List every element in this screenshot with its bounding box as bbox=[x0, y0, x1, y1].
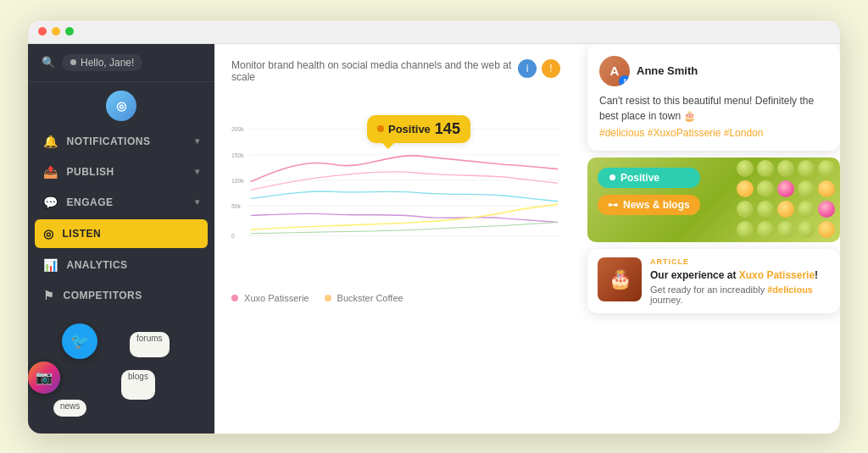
macaron bbox=[737, 201, 754, 218]
arrow-icon: ▾ bbox=[195, 136, 200, 146]
chart-area: Positive 145 200k 150k 100k 50k 0 bbox=[231, 90, 560, 425]
greeting-text: Hello, Jane! bbox=[81, 57, 134, 69]
article-title-post: ! bbox=[815, 269, 818, 281]
svg-text:50k: 50k bbox=[231, 202, 241, 208]
svg-text:0: 0 bbox=[231, 233, 235, 239]
instagram-icon[interactable]: 📷 bbox=[28, 362, 60, 394]
macaron bbox=[757, 180, 774, 197]
article-desc-highlight: #delicious bbox=[767, 285, 813, 295]
macaron bbox=[798, 160, 815, 177]
macaron bbox=[777, 221, 794, 238]
warning-button[interactable]: ! bbox=[542, 59, 560, 78]
minimize-dot[interactable] bbox=[52, 27, 60, 36]
positive-dot bbox=[609, 174, 615, 180]
article-thumbnail: 🎂 bbox=[598, 257, 642, 301]
close-dot[interactable] bbox=[38, 27, 47, 36]
engage-label: ENGAGE bbox=[67, 196, 114, 208]
macaron bbox=[798, 221, 815, 238]
macaron bbox=[737, 180, 754, 197]
listen-icon: ◎ bbox=[43, 227, 54, 240]
publish-label: PUBLISH bbox=[67, 166, 114, 178]
macaron bbox=[818, 160, 835, 177]
post-hashtags: #delicious #XuxoPatisserie #London bbox=[599, 127, 828, 139]
bubble-value: 145 bbox=[435, 120, 460, 138]
macaron bbox=[798, 201, 815, 218]
sidebar-item-listen[interactable]: ◎ LISTEN bbox=[35, 219, 208, 248]
macaron bbox=[777, 180, 794, 197]
legend-dot-buckster bbox=[325, 295, 331, 301]
engage-icon: 💬 bbox=[43, 196, 58, 209]
maximize-dot[interactable] bbox=[65, 27, 74, 36]
legend-item-xuxo: Xuxo Patisserie bbox=[231, 293, 309, 303]
chart-subtitle: Monitor brand health on social media cha… bbox=[231, 59, 518, 83]
positive-label: Positive bbox=[620, 172, 659, 184]
sidebar-item-analytics[interactable]: 📊 ANALYTICS bbox=[28, 250, 214, 280]
news-label: news bbox=[53, 400, 86, 417]
analytics-label: ANALYTICS bbox=[67, 259, 128, 271]
right-panel: A f Anne Smith Can't resist to this beau… bbox=[577, 44, 840, 434]
article-desc-pre: Get ready for an increadibly bbox=[650, 285, 767, 295]
legend-dot-xuxo bbox=[231, 295, 238, 301]
app-body: 🔍 Hello, Jane! ◎ 🔔 NOTIFICATIONS ▾ 📤 PUB… bbox=[28, 44, 840, 434]
svg-text:150k: 150k bbox=[231, 152, 244, 157]
post-card: A f Anne Smith Can't resist to this beau… bbox=[587, 44, 840, 151]
sidebar-header: 🔍 Hello, Jane! bbox=[28, 44, 214, 82]
browser-window: 🔍 Hello, Jane! ◎ 🔔 NOTIFICATIONS ▾ 📤 PUB… bbox=[27, 19, 841, 434]
macaron bbox=[818, 201, 835, 218]
main-content: Monitor brand health on social media cha… bbox=[214, 44, 577, 434]
info-button[interactable]: i bbox=[518, 59, 537, 78]
macaron bbox=[818, 221, 835, 238]
post-author: A f Anne Smith bbox=[599, 56, 828, 86]
legend-label-xuxo: Xuxo Patisserie bbox=[244, 293, 309, 303]
avatar: A f bbox=[599, 56, 630, 86]
search-icon[interactable]: 🔍 bbox=[42, 56, 55, 69]
forums-label: forums bbox=[130, 332, 170, 357]
sidebar-item-notifications[interactable]: 🔔 NOTIFICATIONS ▾ bbox=[28, 126, 214, 157]
notifications-icon: 🔔 bbox=[43, 135, 58, 148]
bubble-dot bbox=[377, 125, 384, 132]
publish-icon: 📤 bbox=[43, 165, 58, 179]
competitors-icon: ⚑ bbox=[43, 289, 55, 302]
greeting-badge: Hello, Jane! bbox=[62, 54, 142, 71]
arrow-icon: ▾ bbox=[195, 167, 200, 176]
facebook-badge: f bbox=[619, 75, 630, 86]
listen-label: LISTEN bbox=[63, 228, 102, 240]
article-description: Get ready for an increadibly #delicious … bbox=[650, 285, 830, 305]
article-label: ARTICLE bbox=[650, 257, 830, 266]
legend-item-buckster: Buckster Coffee bbox=[325, 293, 403, 303]
article-thumb-icon: 🎂 bbox=[609, 268, 632, 290]
bubble-label: Positive bbox=[388, 123, 431, 135]
overlay-badges: Positive ⊶ News & blogs bbox=[598, 168, 700, 215]
macaron bbox=[757, 160, 774, 177]
status-dot bbox=[70, 59, 76, 65]
article-title: Our experience at Xuxo Patisserie! bbox=[650, 268, 830, 283]
notifications-label: NOTIFICATIONS bbox=[67, 135, 151, 147]
article-title-highlight: Xuxo Patisserie bbox=[739, 269, 815, 281]
positive-bubble: Positive 145 bbox=[367, 115, 470, 143]
news-blogs-icon: ⊶ bbox=[608, 199, 618, 211]
macarons-image: Positive ⊶ News & blogs bbox=[587, 157, 840, 242]
legend-label-buckster: Buckster Coffee bbox=[337, 293, 403, 303]
macaron bbox=[777, 160, 794, 177]
competitors-label: COMPETITORS bbox=[64, 290, 142, 301]
header-icons: i ! bbox=[518, 59, 560, 78]
macaron bbox=[757, 221, 774, 238]
macaron bbox=[777, 201, 794, 218]
chart-header: Monitor brand health on social media cha… bbox=[231, 59, 560, 83]
sidebar-item-competitors[interactable]: ⚑ COMPETITORS bbox=[28, 280, 214, 311]
browser-chrome bbox=[28, 20, 840, 44]
article-card: 🎂 ARTICLE Our experience at Xuxo Patisse… bbox=[587, 249, 840, 314]
arrow-icon: ▾ bbox=[195, 197, 200, 207]
post-text: Can't resist to this beautiful menu! Def… bbox=[599, 93, 828, 124]
positive-badge: Positive bbox=[598, 168, 700, 188]
macaron bbox=[798, 180, 815, 197]
twitter-icon[interactable]: 🐦 bbox=[62, 323, 97, 359]
sidebar-item-publish[interactable]: 📤 PUBLISH ▾ bbox=[28, 157, 214, 187]
macaron bbox=[737, 221, 754, 238]
article-desc-post: journey. bbox=[650, 295, 682, 305]
sidebar: 🔍 Hello, Jane! ◎ 🔔 NOTIFICATIONS ▾ 📤 PUB… bbox=[28, 44, 214, 434]
svg-text:100k: 100k bbox=[231, 177, 244, 183]
article-title-pre: Our experience at bbox=[650, 269, 739, 281]
macaron-grid bbox=[733, 157, 840, 242]
sidebar-item-engage[interactable]: 💬 ENGAGE ▾ bbox=[28, 187, 214, 218]
